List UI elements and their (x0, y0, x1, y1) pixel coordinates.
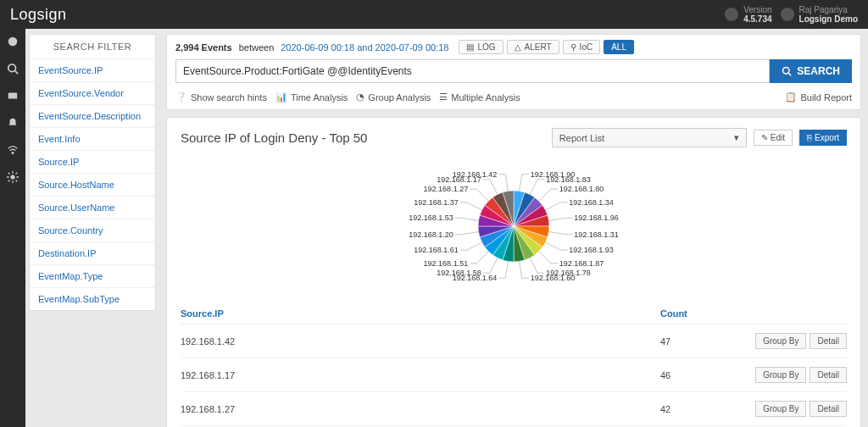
cards-icon[interactable] (7, 90, 19, 102)
dashboard-icon[interactable] (7, 36, 19, 47)
build-report-link[interactable]: 📋 Build Report (785, 92, 852, 103)
col-count[interactable]: Count (660, 308, 745, 319)
detail-button[interactable]: Detail (810, 401, 847, 417)
svg-text:192.168.1.27: 192.168.1.27 (424, 185, 469, 193)
chevron-down-icon: ▾ (734, 132, 739, 143)
svg-text:192.168.1.20: 192.168.1.20 (409, 230, 453, 239)
table-row: 192.168.1.2742Group ByDetail (181, 392, 847, 426)
svg-text:192.168.1.51: 192.168.1.51 (424, 259, 469, 268)
svg-text:192.168.1.37: 192.168.1.37 (414, 198, 459, 207)
groupby-button[interactable]: Group By (755, 333, 806, 349)
group-analysis-link[interactable]: ◔ Group Analysis (356, 92, 431, 103)
version-value: 4.5.734 (743, 14, 771, 24)
query-input[interactable] (175, 59, 770, 83)
gear-icon[interactable] (7, 171, 19, 183)
app-logo: Logsign (10, 6, 67, 24)
filter-item[interactable]: Source.UserName (30, 196, 155, 219)
edit-button[interactable]: ✎ Edit (754, 130, 793, 146)
svg-text:192.168.1.80: 192.168.1.80 (559, 185, 604, 193)
svg-point-0 (8, 37, 18, 47)
pie-chart: 192.168.1.90192.168.1.83192.168.1.80192.… (370, 154, 658, 290)
user-name: Raj Pagariya (799, 5, 848, 14)
svg-point-4 (12, 152, 14, 154)
filter-item[interactable]: EventSource.Description (30, 104, 155, 127)
cell-ip: 192.168.1.17 (181, 370, 660, 380)
svg-text:192.168.1.42: 192.168.1.42 (453, 170, 498, 179)
svg-point-5 (10, 175, 14, 179)
cell-ip: 192.168.1.42 (181, 336, 660, 347)
filter-item[interactable]: Source.Country (30, 219, 155, 241)
report-title: Source IP of Login Deny - Top 50 (181, 130, 367, 145)
groupby-button[interactable]: Group By (755, 401, 806, 417)
chip-log[interactable]: ▤ LOG (459, 40, 503, 54)
detail-button[interactable]: Detail (810, 367, 847, 383)
search-button[interactable]: SEARCH (770, 59, 852, 83)
date-range[interactable]: 2020-06-09 00:18 and 2020-07-09 00:18 (281, 42, 448, 53)
svg-line-7 (789, 73, 792, 75)
svg-text:192.168.1.93: 192.168.1.93 (569, 246, 614, 254)
show-hints-link[interactable]: ❔ Show search hints (175, 92, 267, 103)
filter-item[interactable]: Source.IP (30, 150, 155, 173)
user-org: Logsign Demo (799, 14, 858, 24)
col-source-ip[interactable]: Source.IP (181, 308, 660, 319)
svg-text:192.168.1.83: 192.168.1.83 (546, 175, 591, 184)
filter-item[interactable]: EventSource.IP (30, 58, 155, 81)
filter-item[interactable]: EventSource.Vendor (30, 81, 155, 104)
multiple-analysis-link[interactable]: ☰ Multiple Analysis (439, 92, 520, 103)
svg-text:192.168.1.60: 192.168.1.60 (531, 274, 576, 282)
chip-ioc[interactable]: ⚲ IoC (563, 40, 601, 54)
between-label: between (239, 42, 275, 53)
svg-rect-3 (8, 93, 18, 99)
detail-button[interactable]: Detail (810, 333, 847, 349)
check-icon (725, 8, 738, 21)
filter-header: SEARCH FILTER (30, 35, 155, 58)
avatar-icon (781, 8, 794, 21)
cell-count: 46 (660, 370, 745, 380)
svg-text:192.168.1.53: 192.168.1.53 (409, 214, 453, 222)
chip-all[interactable]: ALL (604, 40, 634, 54)
svg-text:192.168.1.58: 192.168.1.58 (437, 269, 481, 277)
cell-count: 47 (660, 336, 745, 347)
filter-item[interactable]: Destination.IP (30, 241, 155, 264)
version-block: Version4.5.734 (725, 5, 771, 24)
svg-text:192.168.1.96: 192.168.1.96 (574, 214, 619, 222)
filter-item[interactable]: EventMap.SubType (30, 287, 155, 310)
version-label: Version (743, 5, 771, 14)
groupby-button[interactable]: Group By (755, 367, 806, 383)
svg-point-1 (8, 64, 16, 72)
bell-icon[interactable] (7, 117, 19, 129)
events-count: 2,994 Events (175, 42, 232, 53)
table-row: 192.168.1.1746Group ByDetail (181, 358, 847, 392)
search-filter-panel: SEARCH FILTER EventSource.IP EventSource… (29, 34, 156, 311)
svg-text:192.168.1.34: 192.168.1.34 (569, 198, 614, 207)
svg-text:192.168.1.61: 192.168.1.61 (414, 246, 459, 254)
svg-point-6 (783, 68, 790, 75)
wifi-icon[interactable] (7, 144, 19, 156)
filter-item[interactable]: EventMap.Type (30, 264, 155, 287)
chip-alert[interactable]: △ ALERT (507, 40, 559, 54)
report-list-dropdown[interactable]: Report List▾ (552, 128, 747, 147)
cell-count: 42 (660, 404, 745, 414)
svg-text:192.168.1.31: 192.168.1.31 (574, 230, 619, 239)
svg-line-2 (15, 71, 19, 75)
cell-ip: 192.168.1.27 (181, 404, 660, 414)
filter-item[interactable]: Source.HostName (30, 173, 155, 196)
time-analysis-link[interactable]: 📊 Time Analysis (275, 92, 348, 103)
filter-item[interactable]: Event.Info (30, 127, 155, 150)
table-row: 192.168.1.4247Group ByDetail (181, 324, 847, 358)
user-block[interactable]: Raj PagariyaLogsign Demo (781, 5, 858, 24)
export-button[interactable]: ⎘ Export (799, 130, 847, 146)
search-icon (782, 66, 792, 76)
svg-text:192.168.1.87: 192.168.1.87 (559, 259, 604, 268)
search-icon[interactable] (7, 63, 19, 75)
